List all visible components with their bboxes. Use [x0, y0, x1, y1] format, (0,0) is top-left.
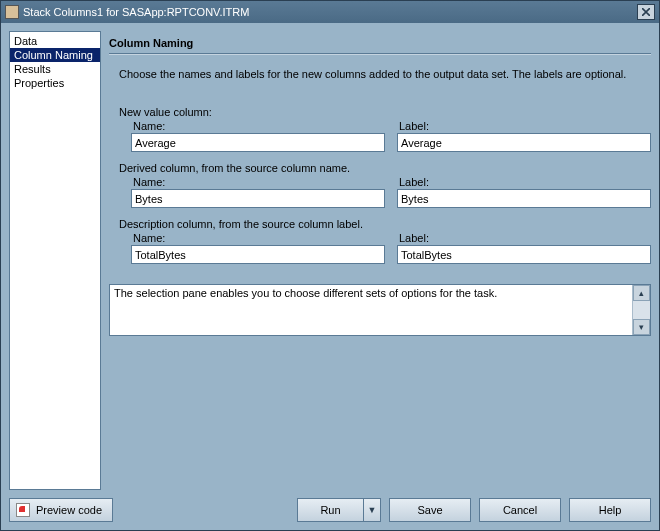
label-label: Label: [397, 120, 651, 132]
field-row: Name: Label: [131, 232, 651, 264]
preview-code-label: Preview code [36, 504, 102, 516]
new-value-label-input[interactable] [397, 133, 651, 152]
titlebar: Stack Columns1 for SASApp:RPTCONV.ITRM [1, 1, 659, 23]
run-button[interactable]: Run [297, 498, 363, 522]
field-col: Label: [397, 120, 651, 152]
sidebar-item-properties[interactable]: Properties [10, 76, 100, 90]
run-dropdown-button[interactable]: ▼ [363, 498, 381, 522]
window-title: Stack Columns1 for SASApp:RPTCONV.ITRM [23, 6, 637, 18]
page-description: Choose the names and labels for the new … [119, 68, 651, 80]
save-button[interactable]: Save [389, 498, 471, 522]
section-label-new-value: New value column: [119, 106, 651, 118]
content-pane: Column Naming Choose the names and label… [109, 31, 651, 490]
derived-name-input[interactable] [131, 189, 385, 208]
section-label-derived: Derived column, from the source column n… [119, 162, 651, 174]
run-split-button: Run ▼ [297, 498, 381, 522]
preview-icon [16, 503, 30, 517]
field-col: Name: [131, 176, 385, 208]
scroll-up-icon[interactable]: ▴ [633, 285, 650, 301]
divider [109, 53, 651, 54]
close-button[interactable] [637, 4, 655, 20]
field-col: Name: [131, 232, 385, 264]
description-name-input[interactable] [131, 245, 385, 264]
section-label-description: Description column, from the source colu… [119, 218, 651, 230]
status-box: The selection pane enables you to choose… [109, 284, 651, 336]
sidebar-item-column-naming[interactable]: Column Naming [10, 48, 100, 62]
scrollbar[interactable]: ▴ ▾ [632, 285, 650, 335]
description-label-input[interactable] [397, 245, 651, 264]
field-col: Label: [397, 232, 651, 264]
help-button[interactable]: Help [569, 498, 651, 522]
field-row: Name: Label: [131, 176, 651, 208]
sidebar: Data Column Naming Results Properties [9, 31, 101, 490]
field-row: Name: Label: [131, 120, 651, 152]
close-icon [642, 8, 650, 16]
main-row: Data Column Naming Results Properties Co… [9, 31, 651, 490]
label-label: Label: [397, 232, 651, 244]
dialog-body: Data Column Naming Results Properties Co… [1, 23, 659, 530]
name-label: Name: [131, 120, 385, 132]
dialog-window: Stack Columns1 for SASApp:RPTCONV.ITRM D… [0, 0, 660, 531]
field-col: Label: [397, 176, 651, 208]
scroll-down-icon[interactable]: ▾ [633, 319, 650, 335]
page-title: Column Naming [109, 31, 651, 53]
name-label: Name: [131, 232, 385, 244]
derived-label-input[interactable] [397, 189, 651, 208]
status-text: The selection pane enables you to choose… [114, 287, 497, 299]
app-icon [5, 5, 19, 19]
name-label: Name: [131, 176, 385, 188]
button-row: Preview code Run ▼ Save Cancel Help [9, 496, 651, 522]
sidebar-item-results[interactable]: Results [10, 62, 100, 76]
cancel-button[interactable]: Cancel [479, 498, 561, 522]
chevron-down-icon: ▼ [368, 505, 377, 515]
new-value-name-input[interactable] [131, 133, 385, 152]
preview-code-button[interactable]: Preview code [9, 498, 113, 522]
label-label: Label: [397, 176, 651, 188]
field-col: Name: [131, 120, 385, 152]
sidebar-item-data[interactable]: Data [10, 34, 100, 48]
